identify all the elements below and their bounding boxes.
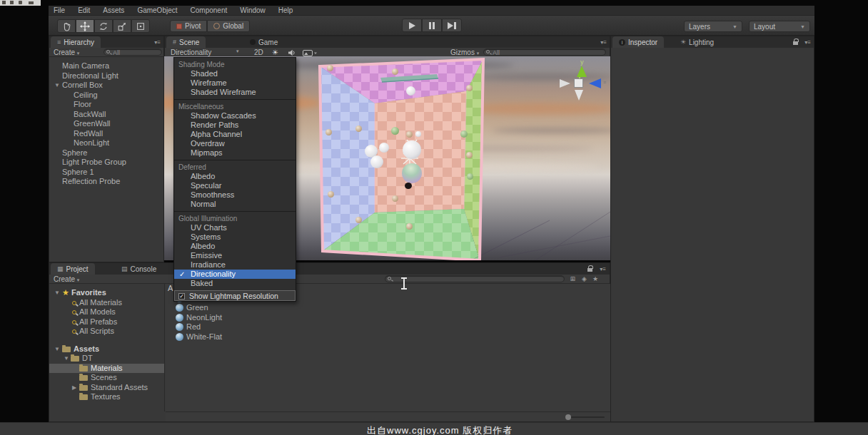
step-button[interactable]: [442, 19, 462, 32]
asset-item[interactable]: White-Flat: [166, 332, 610, 342]
asset-store-search-icon[interactable]: ⊞: [570, 275, 575, 282]
panel-menu-icon[interactable]: ▾≡: [154, 39, 161, 46]
sphere-object[interactable]: [402, 163, 422, 183]
favorites-item[interactable]: All Scripts: [49, 327, 164, 337]
2d-toggle[interactable]: 2D: [254, 48, 263, 56]
hierarchy-item[interactable]: Ceiling: [49, 91, 163, 101]
thumbnail-slider[interactable]: [565, 416, 605, 418]
pivot-toggle-button[interactable]: Pivot: [170, 20, 207, 32]
scene-lighting-icon[interactable]: ☀: [272, 48, 278, 56]
folder-item[interactable]: ▼DT: [49, 354, 164, 364]
tab-inspector[interactable]: i Inspector: [612, 36, 664, 48]
tab-game[interactable]: Game: [243, 36, 284, 48]
asset-item[interactable]: NeonLight: [166, 313, 610, 323]
global-toggle-button[interactable]: Global: [207, 20, 250, 32]
tab-project[interactable]: ▦ Project: [51, 263, 95, 275]
hierarchy-item[interactable]: BackWall: [49, 110, 163, 120]
hierarchy-item[interactable]: NeonLight: [49, 138, 163, 148]
menu-item[interactable]: Specular: [174, 181, 296, 190]
asset-item[interactable]: Red: [166, 322, 610, 332]
folder-item-selected[interactable]: Materials: [49, 364, 164, 374]
hierarchy-item[interactable]: Floor: [49, 100, 163, 110]
menu-component[interactable]: Component: [191, 6, 228, 14]
hierarchy-item[interactable]: ▼Cornell Box: [49, 81, 163, 91]
menu-item[interactable]: UV Charts: [174, 223, 296, 232]
menu-item[interactable]: Irradiance: [174, 260, 296, 270]
menu-item[interactable]: Wireframe: [174, 78, 296, 88]
menu-item[interactable]: Albedo: [174, 172, 296, 181]
show-lightmap-resolution-toggle[interactable]: ✓ Show Lightmap Resolution: [174, 290, 296, 301]
hierarchy-item[interactable]: Sphere: [49, 148, 163, 158]
scene-effects-dropdown[interactable]: [303, 50, 317, 56]
hierarchy-item[interactable]: Directional Light: [49, 71, 163, 81]
favorites-item[interactable]: All Models: [49, 307, 164, 317]
scene-search-input[interactable]: All: [483, 48, 606, 56]
panel-menu-icon[interactable]: ▾≡: [804, 39, 811, 46]
draw-mode-dropdown[interactable]: Directionality: [171, 48, 211, 56]
foldout-open-icon[interactable]: ▼: [54, 81, 60, 91]
panel-menu-icon[interactable]: ▾≡: [600, 266, 606, 272]
favorites-item[interactable]: All Materials: [49, 298, 164, 308]
menu-item[interactable]: Systems: [174, 232, 296, 242]
menu-item[interactable]: Shaded: [174, 69, 296, 78]
folder-item[interactable]: ▶Standard Assets: [49, 383, 164, 393]
asset-item[interactable]: Green: [166, 303, 610, 313]
rotate-tool-button[interactable]: [94, 19, 113, 33]
scale-tool-button[interactable]: [113, 19, 131, 33]
menu-item[interactable]: Shadow Cascades: [174, 111, 296, 121]
tab-lighting[interactable]: ☀ Lighting: [674, 36, 720, 48]
favorites-root[interactable]: ▼★ Favorites: [49, 288, 164, 298]
lock-icon[interactable]: [587, 268, 592, 272]
menu-item[interactable]: Normal: [174, 200, 296, 209]
menu-assets[interactable]: Assets: [103, 6, 124, 14]
gizmos-dropdown[interactable]: Gizmos ▾: [450, 48, 479, 56]
assets-root[interactable]: ▼Assets: [49, 344, 164, 354]
favorites-item[interactable]: All Prefabs: [49, 317, 164, 327]
slider-knob[interactable]: [565, 414, 571, 420]
pause-button[interactable]: [422, 19, 442, 32]
tab-scene[interactable]: # Scene: [166, 36, 206, 48]
menu-file[interactable]: File: [54, 6, 65, 14]
create-button[interactable]: Create ▾: [54, 275, 79, 283]
menu-item[interactable]: Albedo: [174, 242, 296, 251]
folder-item[interactable]: Scenes: [49, 373, 164, 383]
hierarchy-search-input[interactable]: All: [104, 48, 162, 56]
menu-item[interactable]: Shaded Wireframe: [174, 88, 296, 97]
tab-console[interactable]: ▤ Console: [115, 263, 163, 275]
hierarchy-item[interactable]: Main Camera: [49, 61, 163, 71]
menu-edit[interactable]: Edit: [78, 6, 90, 14]
tab-hierarchy[interactable]: ≡ Hierarchy: [51, 36, 101, 48]
menu-item[interactable]: Baked: [174, 279, 296, 288]
project-search-input[interactable]: [385, 275, 565, 282]
panel-menu-icon[interactable]: ▾≡: [600, 39, 607, 46]
label-filter-icon[interactable]: ◈: [582, 275, 587, 282]
favorite-filter-icon[interactable]: ★: [592, 275, 598, 282]
menu-gameobject[interactable]: GameObject: [137, 6, 177, 14]
hierarchy-item[interactable]: Sphere 1: [49, 168, 163, 178]
folder-item[interactable]: Textures: [49, 392, 164, 402]
menu-window[interactable]: Window: [240, 6, 266, 14]
hierarchy-item[interactable]: RedWall: [49, 129, 163, 139]
orientation-gizmo[interactable]: y ≡: [560, 60, 610, 110]
menu-item-selected[interactable]: Directionality: [174, 270, 296, 279]
layout-dropdown[interactable]: Layout▼: [749, 21, 810, 32]
menu-item[interactable]: Mipmaps: [174, 148, 296, 158]
menu-item[interactable]: Overdraw: [174, 139, 296, 148]
rect-tool-button[interactable]: [131, 19, 150, 33]
hierarchy-item[interactable]: Reflection Probe: [49, 177, 163, 187]
hierarchy-item[interactable]: GreenWall: [49, 119, 163, 129]
layers-dropdown[interactable]: Layers▼: [684, 21, 742, 32]
menu-item[interactable]: Smoothness: [174, 190, 296, 200]
menu-item[interactable]: Emissive: [174, 251, 296, 260]
hand-tool-button[interactable]: [57, 19, 76, 33]
create-button[interactable]: Create ▾: [54, 48, 79, 56]
menu-item[interactable]: Alpha Channel: [174, 130, 296, 139]
console-icon: ▤: [121, 265, 128, 272]
menu-item[interactable]: Render Paths: [174, 121, 296, 130]
lock-icon[interactable]: [793, 41, 798, 45]
move-tool-button[interactable]: [76, 19, 94, 33]
menu-help[interactable]: Help: [278, 6, 293, 14]
scene-audio-icon[interactable]: [288, 49, 296, 56]
play-button[interactable]: [402, 19, 422, 32]
hierarchy-item[interactable]: Light Probe Group: [49, 158, 163, 168]
